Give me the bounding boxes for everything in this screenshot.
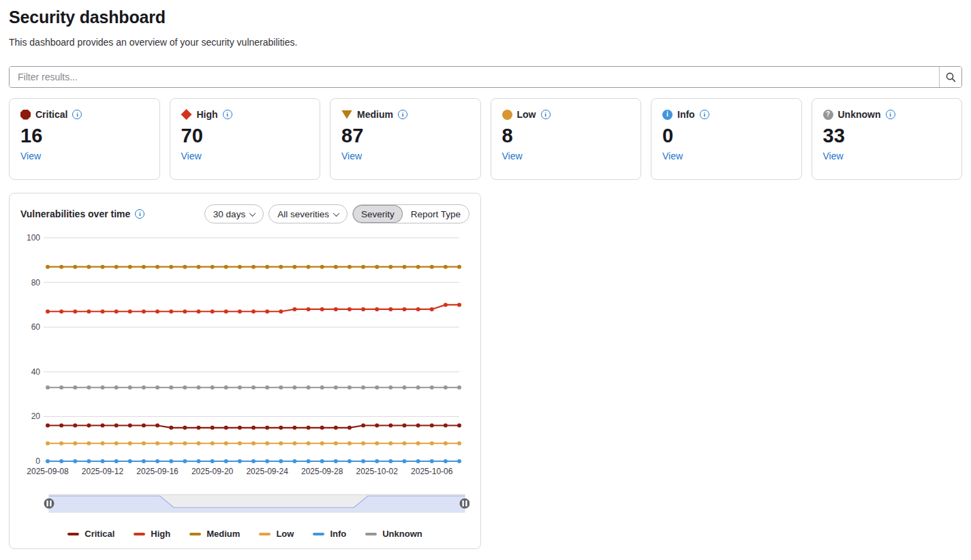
date-range-value: 30 days (213, 209, 245, 219)
chevron-down-icon (333, 210, 339, 217)
legend-label: Medium (206, 529, 240, 539)
toggle-report-type[interactable]: Report Type (403, 205, 469, 223)
severity-filter-dropdown[interactable]: All severities (268, 204, 348, 223)
high-severity-icon (181, 109, 192, 120)
svg-text:60: 60 (31, 322, 41, 332)
severity-card-label: Unknown (838, 109, 881, 120)
view-link-critical[interactable]: View (20, 151, 41, 161)
view-link-unknown[interactable]: View (823, 151, 844, 161)
low-severity-icon (502, 110, 512, 120)
chevron-down-icon (249, 210, 256, 217)
severity-count: 87 (341, 124, 469, 147)
svg-text:20: 20 (31, 411, 41, 421)
security-dashboard-page: Security dashboard This dashboard provid… (0, 7, 971, 549)
severity-count: 33 (823, 124, 951, 147)
medium-severity-icon (341, 110, 352, 119)
brush-handle-icon[interactable] (460, 499, 470, 509)
filter-input[interactable] (10, 67, 939, 87)
critical-severity-icon (20, 110, 31, 120)
group-by-toggle: Severity Report Type (352, 204, 469, 223)
info-icon[interactable]: i (398, 110, 407, 119)
legend-item-info[interactable]: Info (313, 529, 346, 539)
svg-text:2025-10-02: 2025-10-02 (356, 467, 399, 476)
legend-swatch (67, 533, 79, 535)
severity-count: 70 (181, 124, 309, 147)
vulnerabilities-over-time-card: Vulnerabilities over time i 30 days All … (9, 193, 481, 549)
legend-item-unknown[interactable]: Unknown (365, 529, 422, 539)
legend-item-medium[interactable]: Medium (189, 529, 240, 539)
legend-label: Critical (84, 529, 114, 539)
svg-text:2025-09-24: 2025-09-24 (246, 467, 288, 476)
svg-text:80: 80 (31, 278, 41, 287)
severity-count: 8 (502, 124, 630, 147)
severity-card-label: High (197, 109, 218, 120)
info-icon[interactable]: i (135, 209, 144, 219)
legend-label: Low (276, 529, 294, 539)
severity-count: 0 (662, 124, 790, 147)
info-icon[interactable]: i (886, 110, 895, 119)
severity-card-info: i Info i 0 View (651, 98, 802, 180)
line-chart: 0204060801002025-09-082025-09-122025-09-… (20, 233, 469, 486)
severity-card-medium: Medium i 87 View (330, 98, 481, 180)
legend-swatch (313, 533, 324, 535)
severity-card-label: Low (517, 109, 536, 120)
severity-card-unknown: ? Unknown i 33 View (812, 98, 963, 180)
svg-text:2025-09-08: 2025-09-08 (27, 467, 69, 476)
legend-label: High (151, 529, 170, 539)
legend-swatch (189, 533, 201, 535)
date-range-dropdown[interactable]: 30 days (204, 204, 264, 223)
view-link-medium[interactable]: View (341, 151, 362, 161)
unknown-severity-icon: ? (823, 110, 833, 120)
page-title: Security dashboard (9, 7, 962, 27)
severity-count: 16 (20, 124, 149, 147)
info-icon[interactable]: i (700, 110, 709, 119)
search-icon (945, 72, 957, 83)
svg-text:2025-09-20: 2025-09-20 (191, 467, 234, 476)
legend-swatch (365, 533, 377, 535)
chart-legend: CriticalHighMediumLowInfoUnknown (20, 529, 469, 539)
chart-title: Vulnerabilities over time (20, 208, 130, 219)
legend-item-high[interactable]: High (134, 529, 170, 539)
legend-item-critical[interactable]: Critical (67, 529, 114, 539)
view-link-info[interactable]: View (662, 151, 683, 161)
page-subtitle: This dashboard provides an overview of y… (9, 37, 962, 48)
svg-text:100: 100 (27, 233, 40, 243)
severity-cards-row: Critical i 16 View High i 70 View Medium… (9, 98, 962, 180)
severity-card-critical: Critical i 16 View (9, 98, 160, 180)
svg-text:2025-09-28: 2025-09-28 (301, 467, 343, 476)
svg-text:40: 40 (31, 367, 41, 377)
info-icon[interactable]: i (72, 110, 82, 119)
info-icon[interactable]: i (223, 110, 232, 119)
chart-zoom-brush[interactable] (20, 493, 469, 516)
info-icon[interactable]: i (541, 110, 551, 119)
svg-text:0: 0 (35, 456, 40, 466)
severity-card-label: Critical (35, 109, 67, 120)
svg-text:2025-09-12: 2025-09-12 (82, 467, 124, 476)
svg-text:2025-09-16: 2025-09-16 (136, 467, 179, 476)
severity-card-low: Low i 8 View (491, 98, 642, 180)
severity-filter-value: All severities (277, 209, 329, 219)
svg-text:2025-10-06: 2025-10-06 (411, 467, 453, 476)
severity-card-label: Medium (357, 109, 393, 120)
legend-label: Unknown (382, 529, 422, 539)
severity-card-high: High i 70 View (170, 98, 321, 180)
view-link-low[interactable]: View (502, 151, 523, 161)
legend-swatch (259, 533, 271, 535)
legend-item-low[interactable]: Low (259, 529, 294, 539)
toggle-severity[interactable]: Severity (353, 205, 403, 223)
legend-swatch (134, 533, 145, 535)
legend-label: Info (330, 529, 346, 539)
filter-bar (9, 66, 962, 88)
info-severity-icon: i (662, 110, 673, 120)
severity-card-label: Info (677, 109, 695, 120)
search-button[interactable] (939, 67, 961, 87)
view-link-high[interactable]: View (181, 151, 202, 161)
brush-handle-icon[interactable] (44, 499, 55, 509)
